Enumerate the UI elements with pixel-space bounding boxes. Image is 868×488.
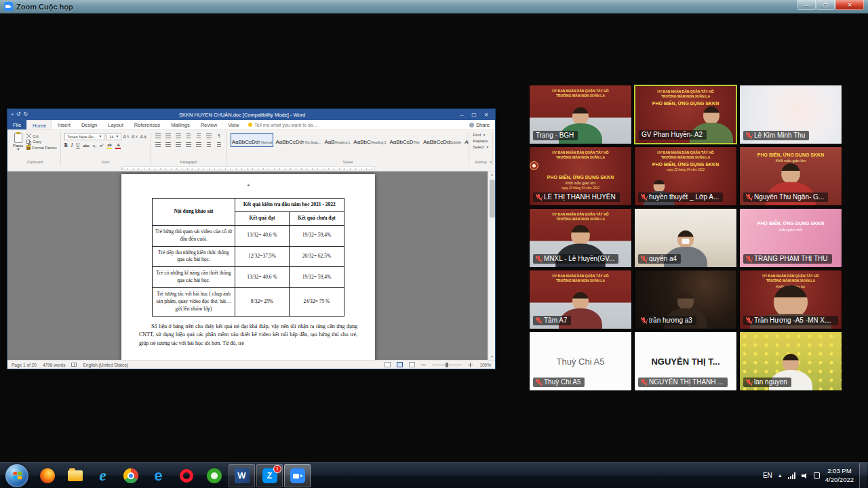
- zoom-slider[interactable]: [432, 365, 462, 365]
- scroll-down-icon[interactable]: [488, 354, 495, 360]
- justify-button[interactable]: [185, 142, 193, 148]
- shading-button[interactable]: [205, 142, 213, 148]
- participant-tile[interactable]: ỦY BAN NHÂN DÂN QUẬN TÂY HỒ TRƯỜNG MẦM N…: [529, 208, 632, 268]
- tab-file[interactable]: File: [7, 120, 26, 129]
- find-button[interactable]: Find: [473, 133, 489, 137]
- tell-me-box[interactable]: Tell me what you want to do...: [244, 120, 321, 129]
- tab-insert[interactable]: Insert: [52, 120, 76, 129]
- underline-button[interactable]: U: [76, 142, 79, 148]
- increase-indent-button[interactable]: [195, 133, 203, 139]
- borders-button[interactable]: [216, 142, 223, 148]
- participant-tile[interactable]: PHỔ BIẾN, ỨNG DỤNG SKKN Khối mẫu giáo lớ…: [739, 146, 842, 206]
- style-normal[interactable]: AaBbCcDd¶ Normal: [231, 133, 274, 147]
- superscript-button[interactable]: x²: [100, 143, 103, 148]
- show-paragraph-marks-button[interactable]: [216, 133, 223, 139]
- participant-tile[interactable]: PHỔ BIẾN, ỨNG DỤNG SKKN mẫu giáo nhỡ TRA…: [739, 208, 842, 268]
- zalo-icon[interactable]: 1: [256, 464, 283, 487]
- align-left-button[interactable]: [155, 142, 162, 148]
- read-mode-button[interactable]: [384, 362, 391, 367]
- style-heading2[interactable]: AaBbCHeading 2: [352, 133, 387, 147]
- tab-references[interactable]: References: [129, 120, 165, 129]
- zoom-out-button[interactable]: [421, 363, 426, 367]
- close-button[interactable]: [835, 0, 864, 10]
- ruler[interactable]: [7, 165, 495, 171]
- copy-button[interactable]: Copy: [26, 140, 56, 144]
- cut-button[interactable]: Cut: [26, 134, 56, 138]
- start-button[interactable]: [5, 464, 28, 487]
- tab-home[interactable]: Home: [26, 120, 52, 129]
- file-explorer-icon[interactable]: [62, 464, 88, 487]
- participant-tile[interactable]: ỦY BAN NHÂN DÂN QUẬN TÂY HỒ TRƯỜNG MẦM N…: [529, 146, 632, 206]
- firefox-icon[interactable]: [34, 464, 60, 487]
- language-indicator[interactable]: EN: [763, 472, 772, 479]
- volume-icon[interactable]: [802, 472, 808, 479]
- numbering-button[interactable]: [165, 133, 172, 139]
- share-button[interactable]: Share: [464, 120, 495, 129]
- participant-tile[interactable]: ỦY BAN NHÂN DÂN QUẬN TÂY HỒ TRƯỜNG MẦM N…: [634, 146, 737, 206]
- multilevel-list-button[interactable]: [175, 133, 182, 139]
- participant-tile[interactable]: Thuỳ Chi A5 Thuỳ Chi A5: [529, 331, 632, 391]
- tab-design[interactable]: Design: [76, 120, 102, 129]
- participant-tile[interactable]: quyên a4: [634, 208, 737, 268]
- word-count[interactable]: 4796 words: [43, 363, 66, 367]
- highlight-color-button[interactable]: [106, 142, 112, 148]
- bullets-button[interactable]: [155, 133, 162, 139]
- coccoc-icon[interactable]: [201, 464, 227, 487]
- collapse-ribbon-icon[interactable]: [490, 159, 492, 164]
- zoom-in-button[interactable]: [468, 363, 473, 367]
- style-subtle-emphasis[interactable]: AaBbCcDdSubtle Em...: [463, 133, 469, 147]
- zoom-slider-thumb[interactable]: [446, 363, 448, 367]
- word-minimize-button[interactable]: [456, 112, 467, 118]
- tab-view[interactable]: View: [222, 120, 244, 129]
- action-center-icon[interactable]: [814, 472, 820, 479]
- undo-icon[interactable]: [16, 112, 21, 117]
- clock[interactable]: 2:03 PM 4/20/2022: [825, 467, 854, 485]
- participant-tile[interactable]: Lê Kim Minh Thu: [739, 85, 842, 144]
- style-title[interactable]: AaBbCcDTitle: [389, 133, 421, 147]
- save-icon[interactable]: [12, 112, 14, 117]
- replace-button[interactable]: Replace: [473, 139, 489, 143]
- participant-tile[interactable]: trần hương a3: [634, 270, 737, 329]
- tab-mailings[interactable]: Mailings: [165, 120, 195, 129]
- decrease-indent-button[interactable]: [185, 133, 193, 139]
- strikethrough-button[interactable]: abc: [83, 143, 90, 148]
- participant-tile-active-speaker[interactable]: ỦY BAN NHÂN DÂN QUẬN TÂY HỒ TRƯỜNG MẦM N…: [634, 85, 737, 144]
- word-title-bar[interactable]: SKKN HUYEN CHUẨN.doc [Compatibility Mode…: [7, 109, 495, 120]
- format-painter-button[interactable]: Format Painter: [26, 145, 56, 150]
- font-size-select[interactable]: 14: [106, 133, 121, 140]
- participant-tile[interactable]: ỦY BAN NHÂN DÂN QUẬN TÂY HỒ TRƯỜNG MẦM N…: [739, 270, 842, 329]
- select-button[interactable]: Select: [473, 145, 489, 149]
- word-taskbar-icon[interactable]: [229, 464, 255, 487]
- style-no-spacing[interactable]: AaBbCcDd¶ No Spac...: [274, 133, 322, 147]
- web-layout-button[interactable]: [409, 362, 415, 367]
- italic-button[interactable]: I: [71, 142, 73, 148]
- zoom-level[interactable]: 100%: [479, 363, 491, 367]
- style-heading1[interactable]: AaBHeading 1: [323, 133, 351, 147]
- show-desktop-button[interactable]: [859, 463, 867, 488]
- scrollbar-thumb[interactable]: [490, 180, 495, 218]
- zoom-taskbar-icon[interactable]: [284, 464, 311, 487]
- align-center-button[interactable]: [165, 142, 172, 148]
- proofing-book-icon[interactable]: [71, 363, 77, 367]
- language-status[interactable]: English (United States): [83, 363, 127, 367]
- style-subtitle[interactable]: AaBbCcDdSubtitle: [422, 133, 462, 147]
- word-maximize-button[interactable]: [469, 112, 479, 118]
- subscript-button[interactable]: x₂: [93, 143, 97, 148]
- sort-button[interactable]: [205, 133, 213, 139]
- tab-review[interactable]: Review: [195, 120, 223, 129]
- print-layout-button[interactable]: [397, 362, 403, 367]
- window-title-bar[interactable]: Zoom Cuộc họp: [0, 0, 868, 14]
- maximize-button[interactable]: [816, 0, 835, 10]
- minimize-button[interactable]: [797, 0, 816, 10]
- network-icon[interactable]: [788, 472, 796, 479]
- font-family-select[interactable]: Times New Ro...: [64, 133, 104, 140]
- document-area[interactable]: 4 Nội dung khảo sát Kết quả kiểm tra đầu…: [7, 171, 495, 360]
- word-close-button[interactable]: [481, 112, 492, 118]
- grow-shrink-font-buttons[interactable]: [123, 134, 147, 139]
- participant-tile[interactable]: ỦY BAN NHÂN DÂN QUẬN TÂY HỒ TRƯỜNG MẦM N…: [529, 85, 632, 144]
- internet-explorer-icon[interactable]: [90, 464, 116, 487]
- scroll-up-icon[interactable]: [488, 171, 495, 178]
- chrome-icon[interactable]: [117, 464, 144, 487]
- edge-icon[interactable]: [145, 464, 172, 487]
- font-color-button[interactable]: [115, 142, 121, 148]
